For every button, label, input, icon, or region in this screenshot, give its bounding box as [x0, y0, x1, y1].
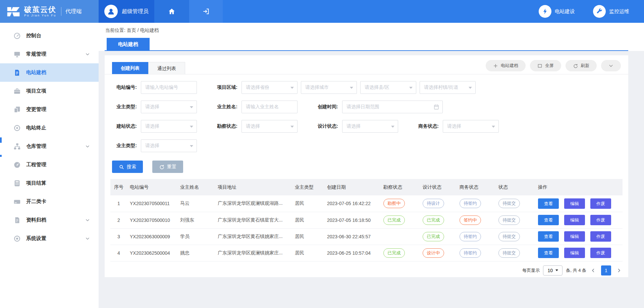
view-button[interactable]: 查看 — [538, 198, 559, 209]
filter-row-2: 建站状态:请选择勘察状态:请选择设计状态:请选择商务状态:请选择 — [112, 120, 621, 133]
per-page-select[interactable]: 10 — [543, 265, 562, 275]
sidebar-item-general-management[interactable]: 常规管理 — [0, 45, 99, 63]
toolbar-chevron-down-button[interactable] — [601, 60, 621, 71]
edit-button[interactable]: 编辑 — [564, 215, 585, 225]
breadcrumb-path[interactable]: 首页 / 电站建档 — [127, 27, 159, 33]
edit-button[interactable]: 编辑 — [564, 198, 585, 209]
filter-label: 勘察状态: — [213, 123, 237, 129]
placeholder-text: 请输入业主姓名 — [246, 104, 279, 110]
filter-select[interactable]: 请选择 — [241, 120, 298, 133]
user-avatar-icon — [104, 5, 118, 18]
status-badge: 待签约 — [460, 232, 481, 241]
table-row: 1YX2023070500011马云广东深圳龙华区观澜镇观湖路...居民2023… — [110, 195, 623, 212]
per-page-label: 每页显示 — [522, 267, 540, 273]
total-label: 条, 共 4 条 — [566, 267, 586, 273]
filter-select[interactable]: 请选择 — [342, 120, 398, 133]
fullscreen-icon — [537, 63, 542, 68]
filter-group: 电站编号:请输入电站编号 — [112, 81, 197, 94]
placeholder-text: 请选择县/区 — [365, 84, 389, 90]
filter-select[interactable]: 请选择城市 — [301, 81, 357, 94]
sidebar-item-archives[interactable]: 资料归档 — [0, 211, 99, 229]
placeholder-text: 请选择村镇/街道 — [424, 84, 458, 90]
filter-group: 项目区域:请选择省份请选择城市请选择县/区请选择村镇/街道 — [213, 81, 476, 94]
filter-select[interactable]: 请选择 — [141, 139, 197, 152]
row-index: 1 — [110, 195, 127, 212]
status-badge: 待提交 — [498, 248, 520, 258]
filter-select[interactable]: 请选择 — [443, 120, 499, 133]
toolbar-button-label: 全屏 — [545, 63, 554, 69]
status-badge: 已完成 — [423, 215, 444, 225]
breadcrumb: 当前位置: 首页 / 电站建档 — [99, 23, 644, 34]
filter-input[interactable]: 请输入电站编号 — [141, 81, 197, 94]
filter-select[interactable]: 请选择 — [141, 101, 197, 113]
username: 超级管理员 — [122, 8, 149, 15]
next-page-button[interactable] — [615, 265, 623, 275]
sidebar-item-console[interactable]: 控制台 — [0, 26, 99, 45]
sidebar-scrollbar-thumb[interactable] — [0, 155, 2, 157]
sidebar-item-engineering[interactable]: 工程管理 — [0, 156, 99, 174]
home-button[interactable] — [154, 0, 189, 23]
page-number-button[interactable]: 1 — [601, 265, 611, 275]
filter-input[interactable]: 请输入业主姓名 — [241, 101, 298, 113]
edit-button[interactable]: 编辑 — [564, 231, 585, 242]
view-button[interactable]: 查看 — [538, 248, 559, 258]
view-button[interactable]: 查看 — [538, 215, 559, 225]
filter-label: 业主类型: — [112, 143, 137, 149]
toolbar-refresh-button[interactable]: 刷新 — [566, 60, 597, 71]
design-status-cell: 设计中 — [420, 245, 457, 261]
search-button[interactable]: 搜索 — [112, 161, 143, 173]
filter-label: 商务状态: — [414, 123, 439, 129]
chevron-down-icon — [85, 144, 90, 149]
sidebar-item-station-termination[interactable]: 电站终止 — [0, 119, 99, 137]
actions-cell: 查看编辑作废 — [535, 245, 623, 261]
bolt-icon — [539, 5, 551, 18]
filter-select[interactable]: 请选择村镇/街道 — [420, 81, 476, 94]
date-range-input[interactable]: 请选择日期范围 — [342, 101, 443, 113]
business-status-cell: 待签约 — [457, 195, 496, 212]
dashboard-icon — [13, 32, 21, 40]
sidebar-item-type2-card[interactable]: 开二类卡 — [0, 192, 99, 211]
sidebar-item-change-management[interactable]: 变更管理 — [0, 100, 99, 119]
topbar: 当前位置: 首页 / 电站建档 电站建档 — [99, 23, 644, 51]
status-badge: 已完成 — [383, 215, 405, 225]
view-button[interactable]: 查看 — [538, 231, 559, 242]
user-menu[interactable]: 超级管理员 — [99, 0, 154, 23]
status-badge: 已完成 — [383, 248, 405, 258]
sidebar-item-project-initiation[interactable]: 项目立项 — [0, 82, 99, 100]
void-button[interactable]: 作废 — [590, 198, 611, 209]
void-button[interactable]: 作废 — [590, 248, 611, 258]
filter-select[interactable]: 请选择 — [141, 120, 197, 133]
void-button[interactable]: 作废 — [590, 215, 611, 225]
placeholder-text: 请选择 — [346, 123, 361, 129]
page-tab[interactable]: 电站建档 — [107, 38, 150, 50]
reset-button[interactable]: 重置 — [152, 161, 183, 173]
file-icon — [13, 217, 21, 224]
owner-name-cell: 姚忠 — [177, 245, 215, 261]
prev-page-button[interactable] — [590, 265, 597, 275]
toolbar-fullscreen-button[interactable]: 全屏 — [530, 60, 561, 71]
quick-link-bolt[interactable]: 电站建设 — [539, 5, 575, 18]
app-header: 破茧云伏 Po Jian Yun Fu 代理端 超级管理员 电站建设监控运维 — [0, 0, 644, 23]
list-tab-1[interactable]: 通过列表 — [148, 62, 185, 74]
toolbar-plus-button[interactable]: 电站建档 — [486, 60, 526, 71]
owner-type-cell: 居民 — [292, 195, 324, 212]
chevron-right-icon — [616, 268, 621, 273]
void-button[interactable]: 作废 — [590, 231, 611, 242]
sidebar-scrollbar-thumb[interactable] — [0, 137, 2, 143]
logout-button[interactable] — [189, 0, 223, 23]
filter-select[interactable]: 请选择县/区 — [360, 81, 416, 94]
survey-status-cell: 已完成 — [381, 245, 420, 261]
filter-group: 创建时间:请选择日期范围 — [313, 101, 443, 113]
list-tab-0[interactable]: 创建列表 — [112, 62, 148, 74]
filter-select[interactable]: 请选择省份 — [241, 81, 298, 94]
table-header: 序号电站编号业主姓名项目地址业主类型创建日期勘察状态设计状态商务状态状态操作 — [110, 179, 623, 195]
sidebar-item-warehouse[interactable]: 仓库管理 — [0, 137, 99, 156]
sidebar-item-project-settlement[interactable]: 项目结算 — [0, 174, 99, 192]
edit-button[interactable]: 编辑 — [564, 248, 585, 258]
sidebar-item-station-filing[interactable]: 电站建档 — [0, 63, 99, 82]
sidebar-item-system-settings[interactable]: 系统设置 — [0, 229, 99, 248]
created-date-cell: 2023-07-05 16:18:50 — [324, 212, 381, 228]
home-icon — [168, 8, 175, 15]
quick-link-wrench[interactable]: 监控运维 — [593, 5, 629, 18]
document-icon — [13, 69, 21, 76]
